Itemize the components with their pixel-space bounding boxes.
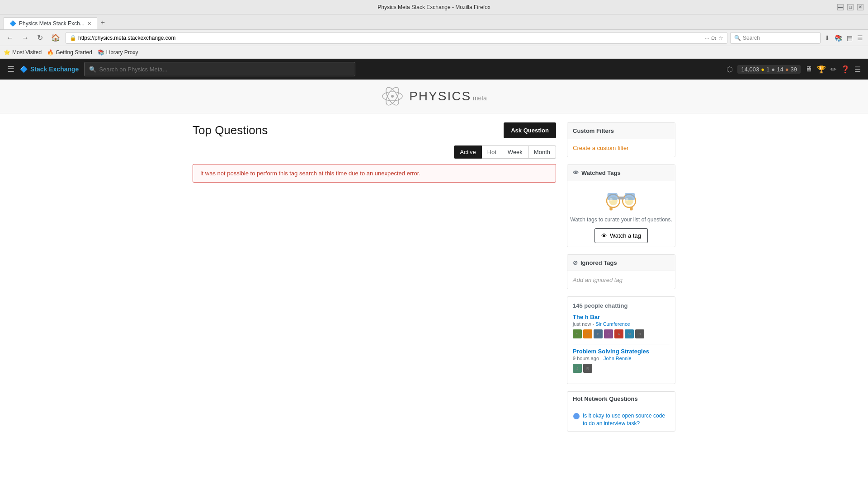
se-search-icon: 🔍 — [89, 66, 96, 73]
se-globe-icon[interactable]: ⬡ — [726, 65, 733, 74]
active-tab[interactable]: 🔷 Physics Meta Stack Exch... ✕ — [4, 17, 97, 29]
filter-tab-week[interactable]: Week — [502, 145, 528, 159]
se-search-input[interactable] — [99, 66, 350, 73]
home-button[interactable]: 🏠 — [48, 33, 63, 43]
ask-question-button[interactable]: Ask Question — [504, 122, 556, 138]
chat-room-name-hbar[interactable]: The h Bar — [573, 314, 670, 320]
minimize-button[interactable]: — — [837, 4, 844, 10]
chat-user-hbar[interactable]: Sir Cumference — [595, 321, 630, 327]
browser-tabbar: 🔷 Physics Meta Stack Exch... ✕ + — [0, 14, 868, 30]
sidebar: Custom Filters Create a custom filter 👁 … — [567, 122, 675, 439]
reload-button[interactable]: ↻ — [34, 33, 46, 43]
library-icon[interactable]: 📚 — [833, 33, 844, 42]
filter-tab-hot[interactable]: Hot — [482, 145, 502, 159]
reputation-count: 14,003 — [741, 66, 759, 73]
se-navbar: ☰ 🔷 Stack Exchange 🔍 ⬡ 14,003 ● 1 ● 14 ●… — [0, 59, 868, 80]
getting-started-label: Getting Started — [56, 49, 92, 56]
chat-divider — [573, 344, 670, 344]
url-text: https://physics.meta.stackexchange.com — [78, 35, 175, 41]
main-container: Top Questions Ask Question Active Hot We… — [185, 113, 683, 448]
chat-body: 145 people chatting The h Bar just now -… — [567, 297, 675, 384]
review-icon[interactable]: 🏆 — [817, 65, 826, 74]
bookmark-most-visited[interactable]: ⭐ Most Visited — [4, 49, 42, 56]
site-name: PHYSICS — [409, 89, 471, 103]
chat-widget: 145 people chatting The h Bar just now -… — [567, 296, 675, 384]
ignored-tags-title: Ignored Tags — [580, 259, 617, 266]
search-label: Search — [743, 35, 760, 41]
content-area: Top Questions Ask Question Active Hot We… — [193, 122, 556, 439]
chat-avatar-2: C — [583, 329, 592, 338]
rep-silver-count: 14 — [777, 66, 783, 73]
site-logo[interactable]: PHYSICS meta — [381, 85, 487, 108]
back-button[interactable]: ← — [4, 33, 16, 43]
se-reputation-badge[interactable]: 14,003 ● 1 ● 14 ● 39 — [737, 65, 801, 74]
se-logo[interactable]: 🔷 Stack Exchange — [20, 66, 79, 73]
chat-avatar-5: A — [614, 329, 623, 338]
bookmark-icon[interactable]: ☆ — [718, 35, 723, 41]
svg-rect-8 — [618, 197, 625, 199]
chat-time-hbar: just now — [573, 321, 591, 327]
close-button[interactable]: ✕ — [857, 4, 863, 10]
library-proxy-label: Library Proxy — [106, 49, 138, 56]
most-visited-icon: ⭐ — [4, 49, 10, 56]
inbox-icon[interactable]: ☰ — [854, 65, 861, 74]
rep-bronze-count: 39 — [791, 66, 797, 73]
hot-network-widget: Hot Network Questions Is it okay to use … — [567, 391, 675, 432]
se-search-bar[interactable]: 🔍 — [84, 62, 355, 76]
chat-room-name-pss[interactable]: Problem Solving Strategies — [573, 348, 670, 355]
url-options-icon[interactable]: ··· — [705, 35, 709, 41]
add-ignored-tag-input[interactable]: Add an ignored tag — [573, 277, 623, 283]
chat-avatar-7: B — [635, 329, 644, 338]
filter-tab-active[interactable]: Active — [454, 145, 481, 159]
maximize-button[interactable]: □ — [847, 4, 854, 10]
url-bar[interactable]: 🔒 https://physics.meta.stackexchange.com… — [66, 32, 727, 44]
page-header: Top Questions Ask Question — [193, 122, 556, 138]
custom-filters-header: Custom Filters — [567, 123, 675, 139]
hot-question-item: Is it okay to use open source code to do… — [567, 410, 675, 431]
hot-question-text[interactable]: Is it okay to use open source code to do… — [583, 412, 670, 427]
filter-tab-month[interactable]: Month — [528, 145, 556, 159]
watched-empty-message: Watch tags to curate your list of questi… — [567, 216, 675, 223]
watched-tags-widget: 👁 Watched Tags — [567, 164, 675, 247]
sidebar-icon[interactable]: ▤ — [845, 33, 854, 42]
custom-filters-body: Create a custom filter — [567, 139, 675, 157]
tab-label: Physics Meta Stack Exch... — [19, 20, 85, 27]
most-visited-label: Most Visited — [12, 49, 42, 56]
search-engine-icon: 🔍 — [734, 35, 741, 41]
bookmark-library-proxy[interactable]: 📚 Library Proxy — [98, 49, 138, 56]
se-hamburger-icon[interactable]: ☰ — [7, 64, 14, 74]
ignored-tags-header: ⊘ Ignored Tags — [567, 255, 675, 271]
create-custom-filter-link[interactable]: Create a custom filter — [573, 145, 629, 151]
rep-gold-count: 1 — [766, 66, 769, 73]
bookmark-getting-started[interactable]: 🔥 Getting Started — [47, 49, 92, 56]
svg-rect-13 — [609, 206, 612, 210]
chat-avatars-hbar: S C P J A M B — [573, 329, 670, 338]
firefox-search-bar[interactable]: 🔍 Search — [730, 32, 821, 44]
browser-title: Physics Meta Stack Exchange - Mozilla Fi… — [377, 4, 490, 10]
se-logo-icon: 🔷 — [20, 66, 28, 73]
pocket-icon[interactable]: 🗂 — [711, 35, 717, 41]
chat-user-pss[interactable]: John Rennie — [604, 356, 632, 361]
forward-button[interactable]: → — [19, 33, 32, 43]
rep-silver-dot: ● — [771, 66, 775, 73]
ban-header-icon: ⊘ — [573, 259, 578, 266]
browser-navbar: ← → ↻ 🏠 🔒 https://physics.meta.stackexch… — [0, 30, 868, 46]
help-icon[interactable]: ❓ — [841, 65, 850, 74]
achievements-icon[interactable]: 🖥 — [805, 65, 812, 73]
new-tab-button[interactable]: + — [97, 16, 108, 29]
chat-avatars-pss: J R — [573, 364, 670, 373]
chat-avatar-6: M — [625, 329, 634, 338]
error-text: It was not possible to perform this tag … — [200, 170, 420, 177]
edit-icon[interactable]: ✏ — [830, 65, 836, 74]
custom-filters-widget: Custom Filters Create a custom filter — [567, 122, 675, 157]
nav-toolbar-icons: ⬇ 📚 ▤ ☰ — [823, 33, 864, 42]
chat-avatar-4: J — [604, 329, 613, 338]
watch-tag-label: Watch a tag — [610, 232, 641, 239]
tab-close-button[interactable]: ✕ — [87, 21, 91, 27]
watch-tag-button[interactable]: 👁 Watch a tag — [594, 228, 648, 243]
menu-icon[interactable]: ☰ — [856, 33, 864, 42]
tab-favicon: 🔷 — [9, 20, 16, 27]
download-icon[interactable]: ⬇ — [823, 33, 831, 42]
se-nav-right: ⬡ 14,003 ● 1 ● 14 ● 39 🖥 🏆 ✏ ❓ ☰ — [726, 65, 861, 74]
binoculars-illustration — [603, 186, 639, 213]
